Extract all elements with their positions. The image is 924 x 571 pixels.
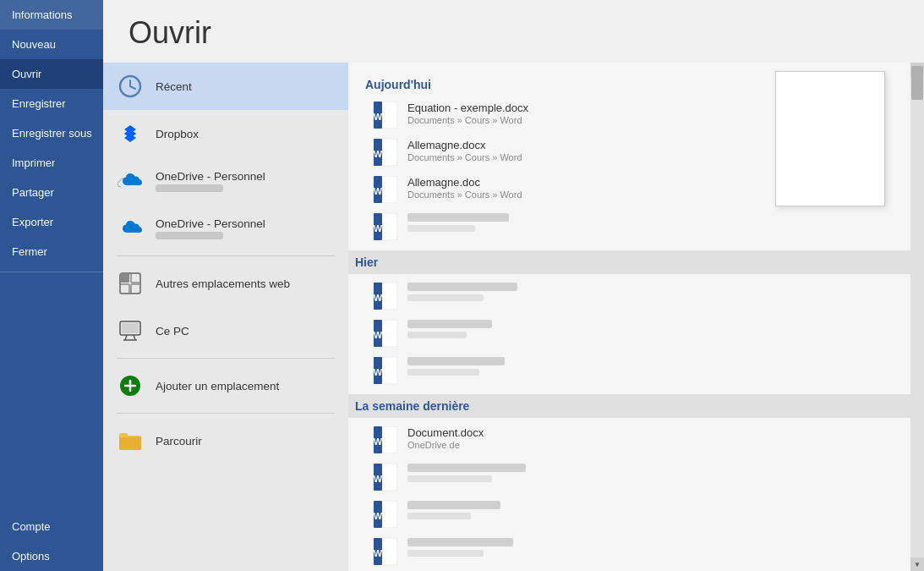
file-item-f8[interactable]: W Document.docx OneDrive de bbox=[365, 421, 894, 458]
svg-line-13 bbox=[125, 335, 127, 340]
sidebar: Informations Nouveau Ouvrir Enregistrer … bbox=[0, 0, 103, 571]
onedrive1-text: OneDrive - Personnel bbox=[156, 170, 265, 192]
section-label-semaine: La semaine dernière bbox=[355, 399, 469, 413]
word-icon-f3: W bbox=[372, 176, 399, 203]
svg-text:W: W bbox=[374, 112, 383, 122]
file-name-f8: Document.docx bbox=[407, 426, 484, 439]
onedrive2-sub-bar bbox=[156, 232, 223, 239]
word-icon-f4: W bbox=[372, 213, 399, 240]
svg-line-14 bbox=[134, 335, 135, 340]
web-icon bbox=[117, 270, 144, 297]
location-parcourir[interactable]: Parcourir bbox=[103, 417, 348, 464]
file-info-f10 bbox=[407, 501, 500, 519]
clock-icon bbox=[117, 73, 144, 100]
location-onedrive1[interactable]: OneDrive - Personnel bbox=[103, 157, 348, 205]
word-icon-f9: W bbox=[372, 464, 399, 491]
svg-rect-10 bbox=[120, 284, 129, 294]
scrollbar-arrow-down[interactable]: ▼ bbox=[910, 557, 924, 571]
file-item-f5[interactable]: W bbox=[365, 277, 894, 315]
folder-icon bbox=[117, 427, 144, 454]
location-panel: Récent Dropbox bbox=[103, 63, 348, 571]
scrollbar-track: ▲ ▼ bbox=[910, 63, 924, 571]
sidebar-item-nouveau[interactable]: Nouveau bbox=[0, 30, 103, 59]
svg-text:W: W bbox=[374, 293, 383, 303]
section-label-hier: Hier bbox=[355, 255, 378, 269]
svg-text:W: W bbox=[374, 436, 383, 447]
file-info-f6 bbox=[407, 320, 492, 338]
onedrive2-text: OneDrive - Personnel bbox=[156, 217, 265, 239]
file-path-f3: Documents » Cours » Word bbox=[407, 189, 522, 200]
sidebar-item-informations[interactable]: Informations bbox=[0, 0, 103, 30]
sidebar-item-ouvrir[interactable]: Ouvrir bbox=[0, 59, 103, 89]
svg-text:W: W bbox=[374, 367, 383, 377]
location-onedrive2-label: OneDrive - Personnel bbox=[156, 217, 265, 230]
location-web-label: Autres emplacements web bbox=[156, 277, 290, 290]
location-recent-label: Récent bbox=[156, 80, 192, 93]
location-divider-2 bbox=[117, 358, 335, 359]
svg-text:W: W bbox=[374, 149, 383, 159]
svg-text:W: W bbox=[374, 186, 383, 196]
files-panel: Aujourd'hui W Equation - exemple.docx Do… bbox=[348, 63, 910, 571]
file-item-f11[interactable]: W bbox=[365, 533, 894, 570]
section-separator-hier: Hier bbox=[348, 250, 910, 274]
svg-rect-8 bbox=[120, 273, 129, 283]
sidebar-item-options[interactable]: Options bbox=[0, 541, 103, 571]
svg-text:W: W bbox=[374, 223, 383, 233]
svg-rect-11 bbox=[131, 284, 140, 294]
svg-text:W: W bbox=[374, 511, 383, 521]
sidebar-item-enregistrer-sous[interactable]: Enregistrer sous bbox=[0, 118, 103, 148]
word-icon-f2: W bbox=[372, 139, 399, 166]
svg-rect-16 bbox=[122, 323, 139, 333]
sidebar-item-imprimer[interactable]: Imprimer bbox=[0, 148, 103, 178]
file-name-f2: Allemagne.docx bbox=[407, 139, 522, 151]
word-icon-f5: W bbox=[372, 283, 399, 310]
word-icon-f1: W bbox=[372, 102, 399, 129]
page-title: Ouvrir bbox=[103, 0, 924, 63]
file-item-f9[interactable]: W bbox=[365, 458, 894, 496]
sidebar-item-fermer[interactable]: Fermer bbox=[0, 237, 103, 266]
location-onedrive2[interactable]: OneDrive - Personnel bbox=[103, 205, 348, 252]
location-add[interactable]: Ajouter un emplacement bbox=[103, 362, 348, 409]
sidebar-item-enregistrer[interactable]: Enregistrer bbox=[0, 89, 103, 118]
file-name-f3: Allemagne.doc bbox=[407, 176, 522, 189]
add-icon bbox=[117, 372, 144, 399]
location-divider-1 bbox=[117, 255, 335, 256]
file-info-f11 bbox=[407, 538, 513, 557]
word-icon-f8: W bbox=[372, 426, 399, 453]
svg-text:W: W bbox=[374, 330, 383, 340]
sidebar-divider bbox=[0, 272, 103, 272]
location-divider-3 bbox=[117, 413, 335, 414]
sidebar-item-exporter[interactable]: Exporter bbox=[0, 207, 103, 237]
location-dropbox[interactable]: Dropbox bbox=[103, 110, 348, 157]
onedrive-icon-2 bbox=[117, 215, 144, 242]
file-info-f1: Equation - exemple.docx Documents » Cour… bbox=[407, 102, 528, 125]
file-path-f2: Documents » Cours » Word bbox=[407, 152, 522, 162]
word-icon-f10: W bbox=[372, 501, 399, 528]
dropbox-icon bbox=[117, 120, 144, 147]
file-info-f5 bbox=[407, 283, 517, 301]
file-item-f6[interactable]: W bbox=[365, 315, 894, 352]
file-path-f8: OneDrive de bbox=[407, 440, 484, 450]
file-item-f10[interactable]: W bbox=[365, 496, 894, 533]
file-item-f4[interactable]: W bbox=[365, 208, 894, 245]
location-pc[interactable]: Ce PC bbox=[103, 307, 348, 354]
sidebar-item-partager[interactable]: Partager bbox=[0, 178, 103, 207]
svg-line-2 bbox=[130, 86, 135, 89]
location-onedrive1-label: OneDrive - Personnel bbox=[156, 170, 265, 183]
location-recent[interactable]: Récent bbox=[103, 63, 348, 110]
sidebar-item-compte[interactable]: Compte bbox=[0, 512, 103, 541]
word-icon-f6: W bbox=[372, 320, 399, 347]
scrollbar-thumb[interactable] bbox=[911, 66, 923, 100]
onedrive1-sub-bar bbox=[156, 184, 223, 192]
file-name-f1: Equation - exemple.docx bbox=[407, 102, 528, 114]
file-info-f4 bbox=[407, 213, 509, 232]
file-item-f7[interactable]: W bbox=[365, 352, 894, 389]
word-icon-f11: W bbox=[372, 538, 399, 565]
location-pc-label: Ce PC bbox=[156, 325, 189, 338]
file-info-f7 bbox=[407, 357, 505, 376]
location-parcourir-label: Parcourir bbox=[156, 435, 202, 447]
onedrive-icon-1 bbox=[117, 167, 144, 195]
location-add-label: Ajouter un emplacement bbox=[156, 380, 279, 393]
file-path-f1: Documents » Cours » Word bbox=[407, 115, 528, 125]
location-web[interactable]: Autres emplacements web bbox=[103, 260, 348, 307]
